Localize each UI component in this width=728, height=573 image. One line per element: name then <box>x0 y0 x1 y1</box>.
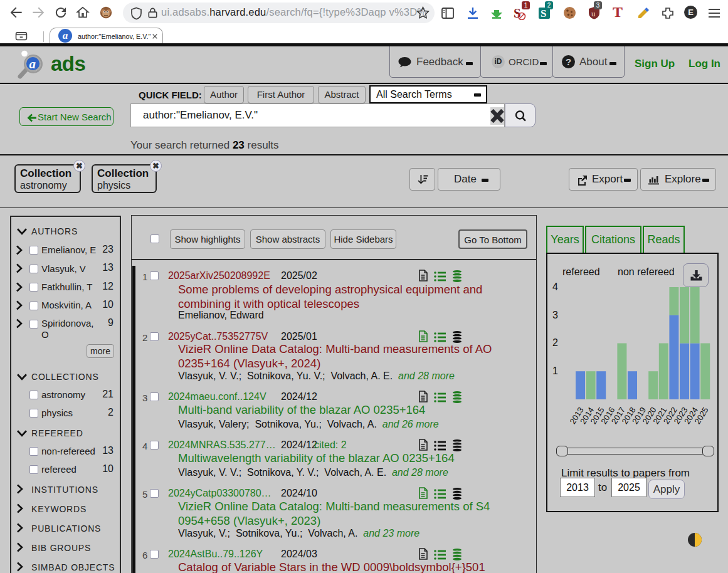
svg-text:3: 3 <box>552 310 558 320</box>
svg-text:a: a <box>29 56 36 71</box>
svg-text:1: 1 <box>552 365 558 376</box>
svg-text:u: u <box>591 9 596 18</box>
svg-text:2: 2 <box>552 337 558 348</box>
svg-text:4: 4 <box>552 281 558 292</box>
